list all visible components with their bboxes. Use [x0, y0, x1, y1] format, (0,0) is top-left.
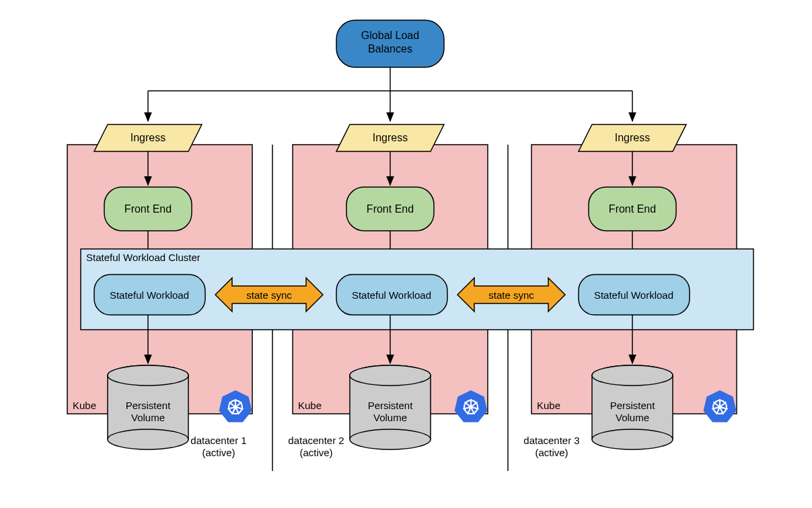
svg-text:datacenter 2: datacenter 2: [288, 435, 344, 446]
state-sync-label-2: state sync: [488, 289, 534, 301]
svg-text:Persistent: Persistent: [610, 400, 656, 411]
pv-label-3b: Volume: [616, 412, 649, 423]
svg-text:Volume: Volume: [616, 412, 649, 423]
svg-text:(active): (active): [202, 447, 235, 458]
kube-label-3: Kube: [537, 400, 560, 411]
pv-label-1a: Persistent: [126, 400, 172, 411]
svg-text:Balances: Balances: [368, 43, 412, 55]
svg-text:Global Load: Global Load: [361, 30, 419, 41]
frontend-label-2: Front End: [367, 203, 414, 215]
kube-label-1: Kube: [73, 400, 96, 411]
dc-label-1b: (active): [202, 447, 235, 458]
frontend-label-3: Front End: [609, 203, 656, 215]
ingress-label-2: Ingress: [373, 132, 408, 143]
svg-text:Volume: Volume: [373, 412, 407, 423]
dc-label-2b: (active): [299, 447, 332, 458]
sw-label-3: Stateful Workload: [594, 289, 673, 301]
pv-dc2: Persistent Volume: [350, 365, 431, 449]
ingress-dc3: Ingress: [579, 124, 686, 151]
svg-point-66: [469, 405, 473, 409]
ingress-label-1: Ingress: [131, 132, 165, 143]
dc-label-3b: (active): [535, 447, 568, 458]
sw-label-1: Stateful Workload: [110, 289, 189, 301]
svg-text:Persistent: Persistent: [126, 400, 172, 411]
pv-label-2a: Persistent: [368, 400, 414, 411]
svg-text:(active): (active): [299, 447, 332, 458]
global-load-balancer-node: Global Load Balances: [336, 20, 444, 67]
lb-to-ingress-arrows: [148, 67, 632, 121]
state-sync-label-1: state sync: [246, 289, 292, 301]
ingress-dc1: Ingress: [94, 124, 202, 151]
frontend-dc1: Front End: [104, 187, 192, 231]
pv-dc1: Persistent Volume: [108, 365, 188, 449]
frontend-label-1: Front End: [124, 203, 172, 215]
svg-point-43: [592, 429, 673, 449]
stateful-workload-dc1: Stateful Workload: [94, 275, 205, 315]
dc-label-3a: datacenter 3: [523, 435, 579, 446]
dc-label-1a: datacenter 1: [190, 435, 246, 446]
svg-point-44: [592, 365, 673, 386]
stateful-workload-dc3: Stateful Workload: [579, 275, 690, 315]
kube-label-2: Kube: [298, 400, 322, 411]
pv-dc3: Persistent Volume: [592, 365, 673, 449]
svg-text:datacenter 1: datacenter 1: [190, 435, 246, 446]
stateful-workload-dc2: Stateful Workload: [336, 275, 447, 315]
architecture-diagram: Global Load Balances Kube Kube Kube Ingr…: [0, 0, 812, 508]
svg-text:Volume: Volume: [131, 412, 165, 423]
global-lb-line2: Balances: [368, 43, 412, 55]
pv-label-2b: Volume: [373, 412, 407, 423]
frontend-dc3: Front End: [589, 187, 676, 231]
dc-label-2a: datacenter 2: [288, 435, 344, 446]
pv-label-3a: Persistent: [610, 400, 656, 411]
stateful-cluster-label: Stateful Workload Cluster: [86, 252, 200, 263]
frontend-dc2: Front End: [346, 187, 434, 231]
svg-text:(active): (active): [535, 447, 568, 458]
ingress-label-3: Ingress: [615, 132, 650, 143]
svg-point-76: [718, 405, 722, 409]
svg-point-28: [108, 365, 188, 386]
svg-text:Persistent: Persistent: [368, 400, 414, 411]
svg-point-35: [350, 429, 431, 449]
svg-text:datacenter 3: datacenter 3: [523, 435, 579, 446]
svg-point-27: [108, 429, 188, 449]
global-lb-line1: Global Load: [361, 30, 419, 41]
sw-label-2: Stateful Workload: [352, 289, 431, 301]
ingress-dc2: Ingress: [336, 124, 444, 151]
svg-point-36: [350, 365, 431, 386]
pv-label-1b: Volume: [131, 412, 165, 423]
svg-point-56: [233, 405, 237, 409]
